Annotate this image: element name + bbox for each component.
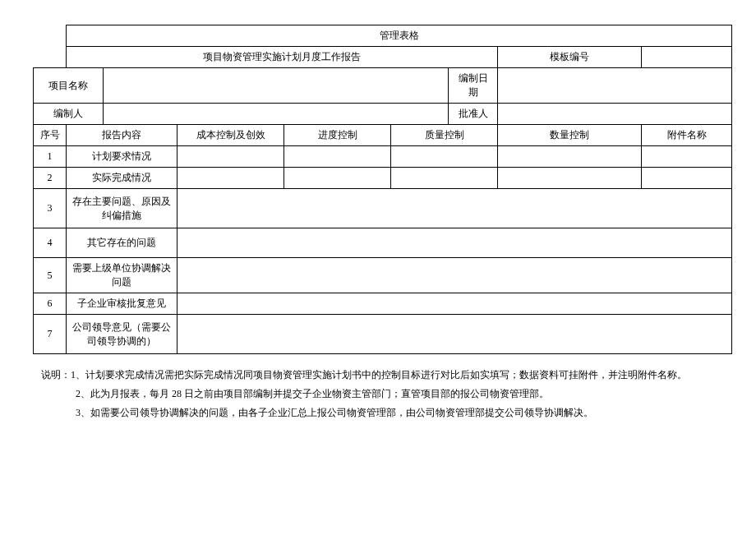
cell-content: 计划要求情况: [67, 146, 177, 168]
header-blank-cell: [34, 25, 67, 68]
project-name-label: 项目名称: [34, 68, 104, 104]
cell-attachment: [642, 146, 732, 168]
table-row: 4 其它存在的问题: [34, 228, 732, 258]
cell-seq: 3: [34, 189, 67, 228]
cell-seq: 1: [34, 146, 67, 168]
notes-section: 说明：1、计划要求完成情况需把实际完成情况同项目物资管理实施计划书中的控制目标进…: [33, 366, 723, 422]
compiler-label: 编制人: [34, 104, 104, 125]
cell-content: 公司领导意见（需要公司领导协调的）: [67, 315, 177, 354]
cell-content: 其它存在的问题: [67, 228, 177, 258]
col-cost: 成本控制及创效: [177, 125, 284, 146]
cell-content: 子企业审核批复意见: [67, 293, 177, 315]
compiler-value: [104, 104, 449, 125]
report-form-table: 管理表格 项目物资管理实施计划月度工作报告 模板编号 项目名称 编制日期 编制人…: [33, 25, 732, 354]
cell-attachment: [642, 168, 732, 189]
cell-schedule: [284, 146, 391, 168]
project-name-value: [104, 68, 449, 104]
table-row: 7 公司领导意见（需要公司领导协调的）: [34, 315, 732, 354]
notes-item-2: 2、此为月报表，每月 28 日之前由项目部编制并提交子企业物资主管部门；直管项目…: [41, 385, 723, 404]
cell-cost: [177, 146, 284, 168]
cell-seq: 6: [34, 293, 67, 315]
col-attachment: 附件名称: [642, 125, 732, 146]
notes-item-1: 1、计划要求完成情况需把实际完成情况同项目物资管理实施计划书中的控制目标进行对比…: [71, 369, 687, 380]
col-quantity: 数量控制: [498, 125, 642, 146]
cell-merged: [177, 228, 732, 258]
table-row: 2 实际完成情况: [34, 168, 732, 189]
cell-cost: [177, 168, 284, 189]
col-schedule: 进度控制: [284, 125, 391, 146]
approver-label: 批准人: [449, 104, 498, 125]
cell-seq: 2: [34, 168, 67, 189]
table-row: 3 存在主要问题、原因及纠偏措施: [34, 189, 732, 228]
cell-merged: [177, 258, 732, 293]
cell-quality: [391, 168, 498, 189]
cell-seq: 5: [34, 258, 67, 293]
cell-quality: [391, 146, 498, 168]
cell-content: 需要上级单位协调解决问题: [67, 258, 177, 293]
template-no-label: 模板编号: [498, 47, 642, 68]
compile-date-value: [498, 68, 732, 104]
approver-value: [498, 104, 732, 125]
header-title-1: 管理表格: [67, 25, 732, 47]
cell-content: 存在主要问题、原因及纠偏措施: [67, 189, 177, 228]
col-content: 报告内容: [67, 125, 177, 146]
cell-content: 实际完成情况: [67, 168, 177, 189]
notes-prefix: 说明：: [41, 369, 71, 380]
compile-date-label: 编制日期: [449, 68, 498, 104]
cell-merged: [177, 293, 732, 315]
cell-schedule: [284, 168, 391, 189]
col-seq: 序号: [34, 125, 67, 146]
table-row: 6 子企业审核批复意见: [34, 293, 732, 315]
notes-item-3: 3、如需要公司领导协调解决的问题，由各子企业汇总上报公司物资管理部，由公司物资管…: [41, 404, 723, 422]
cell-quantity: [498, 146, 642, 168]
col-quality: 质量控制: [391, 125, 498, 146]
notes-line-1: 说明：1、计划要求完成情况需把实际完成情况同项目物资管理实施计划书中的控制目标进…: [41, 366, 723, 385]
cell-seq: 4: [34, 228, 67, 258]
header-title-2: 项目物资管理实施计划月度工作报告: [67, 47, 498, 68]
template-no-value: [642, 47, 732, 68]
table-row: 5 需要上级单位协调解决问题: [34, 258, 732, 293]
cell-merged: [177, 189, 732, 228]
cell-seq: 7: [34, 315, 67, 354]
cell-merged: [177, 315, 732, 354]
cell-quantity: [498, 168, 642, 189]
table-row: 1 计划要求情况: [34, 146, 732, 168]
